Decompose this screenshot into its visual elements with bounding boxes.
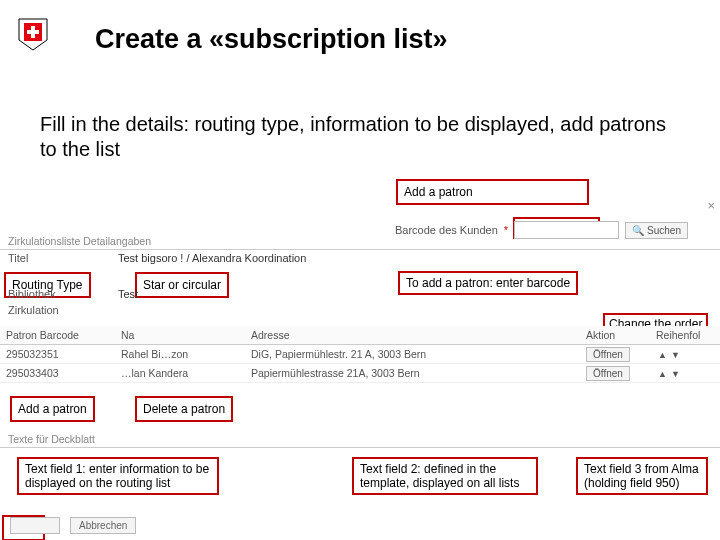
zirkulation-label: Zirkulation bbox=[8, 304, 118, 316]
slide-instruction: Fill in the details: routing type, infor… bbox=[40, 112, 680, 162]
barcode-input[interactable] bbox=[514, 221, 619, 239]
barcode-label: Barcode des Kunden bbox=[395, 224, 498, 236]
cell-adresse: DiG, Papiermühlestr. 21 A, 3003 Bern bbox=[245, 345, 580, 364]
reorder-cell: ▲▼ bbox=[650, 345, 720, 364]
th-aktion: Aktion bbox=[580, 326, 650, 345]
annot-textfield-2: Text field 2: defined in the template, d… bbox=[352, 457, 538, 495]
section-header-cover: Texte für Deckblatt bbox=[0, 431, 720, 448]
cell-adresse: Papiermühlestrasse 21A, 3003 Bern bbox=[245, 364, 580, 383]
chevron-down-icon[interactable]: ▼ bbox=[669, 350, 682, 360]
chevron-up-icon[interactable]: ▲ bbox=[656, 350, 669, 360]
titel-value: Test bigsoro ! / Alexandra Koordination bbox=[118, 252, 306, 264]
cell-name: …lan Kandera bbox=[115, 364, 245, 383]
th-barcode: Patron Barcode bbox=[0, 326, 115, 345]
cell-barcode: 295032351 bbox=[0, 345, 115, 364]
th-adresse: Adresse bbox=[245, 326, 580, 345]
detail-row-titel: Titel Test bigsoro ! / Alexandra Koordin… bbox=[0, 250, 720, 266]
save-button-grey[interactable] bbox=[10, 517, 60, 534]
annot-textfield-3: Text field 3 from Alma (holding field 95… bbox=[576, 457, 708, 495]
required-asterisk: * bbox=[504, 224, 508, 236]
annot-add-patron-header: Add a patron bbox=[396, 179, 589, 205]
bottom-button-row: Abbrechen bbox=[10, 517, 136, 534]
annot-textfield-1: Text field 1: enter information to be di… bbox=[17, 457, 219, 495]
open-button[interactable]: Öffnen bbox=[586, 366, 630, 381]
swiss-shield-logo bbox=[18, 18, 48, 51]
bibliothek-label: Bibliothek bbox=[8, 288, 118, 300]
search-button[interactable]: 🔍 Suchen bbox=[625, 222, 688, 239]
detail-row-bibliothek: Bibliothek Test bbox=[0, 286, 720, 302]
table-row: 295032351 Rahel Bi…zon DiG, Papiermühles… bbox=[0, 345, 720, 364]
reorder-cell: ▲▼ bbox=[650, 364, 720, 383]
titel-label: Titel bbox=[8, 252, 118, 264]
detail-row-zirkulation: Zirkulation bbox=[0, 302, 720, 318]
magnifier-icon: 🔍 bbox=[632, 225, 644, 236]
cell-name: Rahel Bi…zon bbox=[115, 345, 245, 364]
chevron-down-icon[interactable]: ▼ bbox=[669, 369, 682, 379]
close-icon[interactable]: × bbox=[707, 198, 715, 213]
th-name: Na bbox=[115, 326, 245, 345]
open-button[interactable]: Öffnen bbox=[586, 347, 630, 362]
table-row: 295033403 …lan Kandera Papiermühlestrass… bbox=[0, 364, 720, 383]
th-reihenfolge: Reihenfol bbox=[650, 326, 720, 345]
barcode-row: Barcode des Kunden * 🔍 Suchen bbox=[395, 221, 688, 239]
patron-table: Patron Barcode Na Adresse Aktion Reihenf… bbox=[0, 326, 720, 383]
bibliothek-value: Test bbox=[118, 288, 138, 300]
app-area: × Barcode des Kunden * 🔍 Suchen Zirkulat… bbox=[0, 205, 720, 448]
svg-rect-2 bbox=[27, 30, 39, 34]
cancel-button[interactable]: Abbrechen bbox=[70, 517, 136, 534]
search-button-label: Suchen bbox=[647, 225, 681, 236]
table-header-row: Patron Barcode Na Adresse Aktion Reihenf… bbox=[0, 326, 720, 345]
chevron-up-icon[interactable]: ▲ bbox=[656, 369, 669, 379]
slide-title: Create a «subscription list» bbox=[95, 24, 448, 55]
cell-barcode: 295033403 bbox=[0, 364, 115, 383]
